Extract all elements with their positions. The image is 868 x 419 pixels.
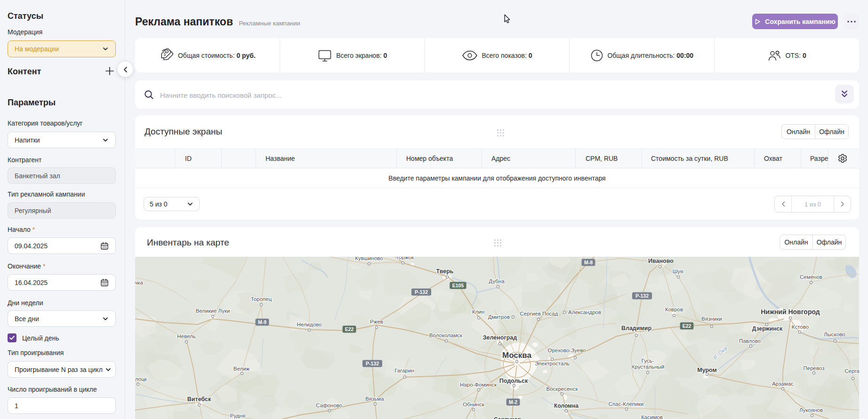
- svg-text:Семёнов: Семёнов: [800, 274, 822, 280]
- svg-text:Р-132: Р-132: [635, 293, 649, 299]
- svg-text:Тверь: Тверь: [436, 268, 454, 275]
- svg-text:Нелидово: Нелидово: [297, 322, 322, 327]
- svg-text:Сафоново: Сафоново: [316, 403, 342, 408]
- svg-text:Воскресенск: Воскресенск: [547, 386, 579, 392]
- svg-text:Наро-Фоминск: Наро-Фоминск: [460, 382, 497, 387]
- svg-text:Обнинск: Обнинск: [463, 402, 484, 407]
- svg-text:Ковров: Ковров: [665, 307, 683, 312]
- svg-text:Витебск: Витебск: [187, 396, 211, 403]
- svg-text:Муром: Муром: [697, 367, 717, 373]
- svg-text:Орехово-Зуево: Орехово-Зуево: [547, 348, 586, 353]
- svg-text:М-9: М-9: [258, 319, 266, 325]
- svg-text:Арзамас: Арзамас: [772, 381, 794, 387]
- svg-text:Коломна: Коломна: [554, 403, 579, 409]
- svg-text:Дубна: Дубна: [489, 278, 505, 284]
- svg-text:Великие Луки: Великие Луки: [196, 308, 230, 314]
- svg-text:чка: чка: [135, 280, 143, 285]
- svg-text:Сергиев Посад: Сергиев Посад: [520, 311, 558, 316]
- svg-text:Перевоз: Перевоз: [804, 365, 825, 371]
- svg-text:Торжок: Торжок: [396, 257, 414, 260]
- svg-text:Касимов: Касимов: [641, 414, 663, 419]
- svg-text:Шуя: Шуя: [673, 269, 683, 274]
- svg-text:Зеленоград: Зеленоград: [483, 334, 517, 341]
- svg-text:Серпухов: Серпухов: [494, 416, 521, 419]
- svg-text:Хрустальный: Хрустальный: [631, 364, 665, 370]
- svg-text:Е22: Е22: [683, 323, 691, 329]
- svg-text:Москва: Москва: [502, 351, 532, 360]
- svg-text:Электросталь: Электросталь: [535, 361, 570, 366]
- svg-text:Иваново: Иваново: [648, 258, 674, 264]
- svg-text:Владимир: Владимир: [621, 325, 651, 332]
- svg-text:Е105: Е105: [452, 283, 464, 288]
- svg-text:Невель: Невель: [177, 333, 195, 339]
- svg-text:Велиж: Велиж: [233, 366, 250, 372]
- svg-text:Р-132: Р-132: [415, 289, 428, 295]
- svg-text:Вязьма: Вязьма: [365, 396, 384, 402]
- svg-text:Дзержинск: Дзержинск: [752, 325, 783, 332]
- svg-text:Кувшиново: Кувшиново: [355, 257, 383, 261]
- svg-text:Ржев: Ржев: [370, 319, 383, 324]
- svg-text:Кстово: Кстово: [792, 324, 809, 330]
- svg-text:Подольск: Подольск: [499, 378, 528, 384]
- svg-text:лоцк: лоцк: [135, 376, 147, 382]
- svg-text:Серга: Серга: [844, 368, 859, 374]
- svg-text:Клин: Клин: [472, 309, 484, 315]
- svg-text:Р-132: Р-132: [366, 361, 379, 366]
- svg-text:$: $: [163, 52, 166, 57]
- svg-text:Павлово: Павлово: [739, 338, 761, 344]
- svg-text:Волоколамск: Волоколамск: [429, 332, 463, 338]
- svg-text:М-2: М-2: [509, 399, 517, 405]
- svg-text:Лукоянов: Лукоянов: [799, 407, 823, 413]
- svg-text:Нижний Новгород: Нижний Новгород: [761, 308, 820, 316]
- svg-text:Лысково: Лысково: [824, 332, 845, 337]
- svg-text:Дмитров: Дмитров: [488, 314, 510, 320]
- svg-text:Гусь-: Гусь-: [642, 358, 654, 364]
- svg-text:Гагарин: Гагарин: [394, 368, 414, 373]
- svg-text:Торопец: Торопец: [251, 296, 272, 302]
- svg-text:Рудня: Рудня: [230, 413, 245, 419]
- svg-text:Спас-Клепики: Спас-Клепики: [609, 401, 643, 407]
- svg-text:М-8: М-8: [584, 260, 593, 265]
- svg-text:Александров: Александров: [568, 309, 601, 315]
- svg-text:Е22: Е22: [345, 326, 354, 332]
- svg-text:Вязники: Вязники: [701, 316, 722, 322]
